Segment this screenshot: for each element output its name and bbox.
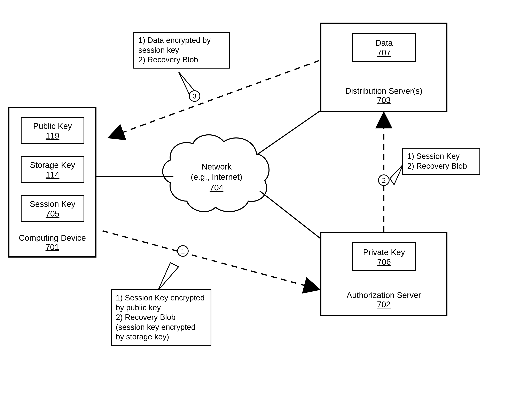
- step-1-circle: 1: [177, 245, 189, 257]
- step-3-circle: 3: [189, 90, 200, 102]
- private-key-box: Private Key 706: [352, 242, 416, 271]
- step-1-line-2: 2) Recovery Blob: [116, 313, 207, 322]
- diagram-stage: Public Key 119 Storage Key 114 Session K…: [0, 0, 532, 393]
- storage-key-label: Storage Key: [30, 160, 75, 170]
- authorization-server-caption-ref: 702: [321, 300, 446, 309]
- svg-line-3: [109, 60, 319, 138]
- data-ref: 707: [377, 48, 391, 57]
- private-key-ref: 706: [377, 257, 391, 267]
- computing-device-caption-ref: 701: [10, 243, 95, 252]
- step-2-line-1: 2) Recovery Blob: [407, 161, 475, 171]
- distribution-server-caption: Distribution Server(s) 703: [321, 86, 446, 105]
- step-2-circle: 2: [378, 174, 389, 186]
- data-label: Data: [375, 38, 393, 48]
- step-1-line-3: (session key encrypted: [116, 322, 207, 332]
- storage-key-box: Storage Key 114: [21, 156, 84, 183]
- svg-line-1: [256, 111, 320, 155]
- step-3-line-0: 1) Data encrypted by: [138, 35, 225, 45]
- distribution-server-caption-label: Distribution Server(s): [321, 86, 446, 96]
- network-node: Network (e.g., Internet) 704: [177, 158, 256, 199]
- step-1-num: 1: [181, 247, 185, 255]
- private-key-label: Private Key: [363, 247, 405, 257]
- session-key-label: Session Key: [30, 199, 75, 209]
- distribution-server-box: Data 707 Distribution Server(s) 703: [320, 23, 448, 112]
- public-key-label: Public Key: [33, 121, 72, 131]
- step-1-line-4: by storage key): [116, 332, 207, 342]
- step-1-line-1: by public key: [116, 303, 207, 313]
- session-key-box: Session Key 705: [21, 195, 84, 222]
- svg-line-2: [260, 191, 321, 239]
- network-line2: (e.g., Internet): [177, 172, 256, 182]
- step-3-line-1: session key: [138, 45, 225, 55]
- step-2-line-0: 1) Session Key: [407, 152, 475, 161]
- public-key-ref: 119: [46, 131, 59, 140]
- network-line1: Network: [177, 162, 256, 171]
- step-1-line-0: 1) Session Key encrypted: [116, 293, 207, 303]
- svg-line-4: [103, 231, 319, 289]
- session-key-ref: 705: [46, 209, 59, 218]
- step-2-num: 2: [382, 176, 386, 184]
- step-1-callout: 1) Session Key encrypted by public key 2…: [111, 289, 212, 346]
- data-box: Data 707: [352, 33, 416, 62]
- authorization-server-caption-label: Authorization Server: [321, 291, 446, 300]
- step-3-num: 3: [193, 92, 197, 100]
- computing-device-box: Public Key 119 Storage Key 114 Session K…: [8, 107, 96, 258]
- computing-device-caption: Computing Device 701: [10, 233, 95, 252]
- step-3-callout: 1) Data encrypted by session key 2) Reco…: [133, 32, 230, 69]
- network-ref: 704: [177, 183, 256, 192]
- distribution-server-caption-ref: 703: [321, 96, 446, 105]
- authorization-server-box: Private Key 706 Authorization Server 702: [320, 232, 448, 316]
- step-3-line-2: 2) Recovery Blob: [138, 55, 225, 65]
- authorization-server-caption: Authorization Server 702: [321, 291, 446, 309]
- public-key-box: Public Key 119: [21, 117, 84, 144]
- storage-key-ref: 114: [46, 170, 59, 179]
- computing-device-caption-label: Computing Device: [10, 233, 95, 243]
- step-2-callout: 1) Session Key 2) Recovery Blob: [402, 148, 480, 175]
